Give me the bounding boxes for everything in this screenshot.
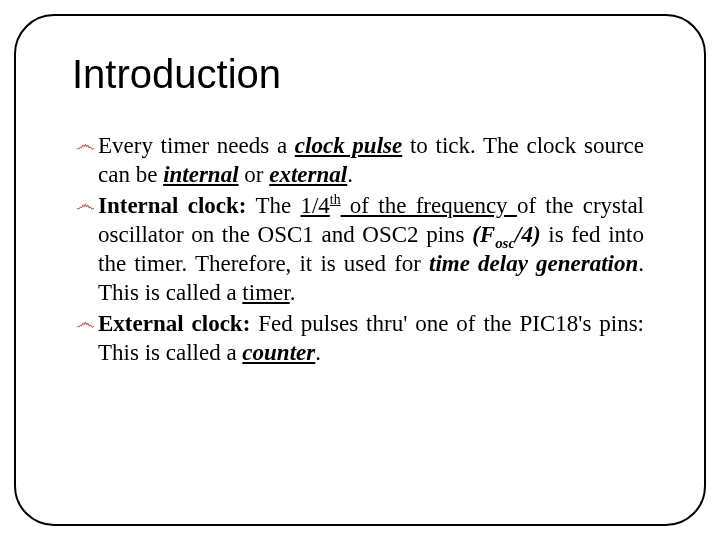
fosc-open: (F xyxy=(472,222,495,247)
term-timer: timer xyxy=(242,280,289,305)
fosc-close: /4) xyxy=(515,222,541,247)
text: . xyxy=(315,340,321,365)
bullet-item-3: ෴ External clock: Fed pulses thru' one o… xyxy=(76,310,644,368)
label-external-clock: External clock: xyxy=(98,311,250,336)
term-counter: counter xyxy=(242,340,315,365)
bullet-icon: ෴ xyxy=(76,194,95,214)
of-the-frequency: of the frequency xyxy=(341,193,517,218)
term-time-delay: time delay generation xyxy=(429,251,638,276)
slide-title: Introduction xyxy=(72,52,281,97)
label-internal-clock: Internal clock: xyxy=(98,193,247,218)
term-internal: internal xyxy=(163,162,238,187)
slide-body: ෴ Every timer needs a clock pulse to tic… xyxy=(76,132,644,370)
slide: Introduction ෴ Every timer needs a clock… xyxy=(0,0,720,540)
text: Every timer needs a xyxy=(98,133,295,158)
text: . xyxy=(290,280,296,305)
bullet-icon: ෴ xyxy=(76,312,95,332)
text: or xyxy=(239,162,270,187)
term-external: external xyxy=(269,162,347,187)
term-clock-pulse: clock pulse xyxy=(295,133,402,158)
bullet-icon: ෴ xyxy=(76,134,95,154)
bullet-item-2: ෴ Internal clock: The 1/4th of the frequ… xyxy=(76,192,644,308)
text: . xyxy=(347,162,353,187)
fraction: 1/4 xyxy=(300,193,329,218)
fraction-sup: th xyxy=(330,192,341,207)
fosc-sub: osc xyxy=(495,235,515,251)
text: The xyxy=(247,193,301,218)
bullet-item-1: ෴ Every timer needs a clock pulse to tic… xyxy=(76,132,644,190)
